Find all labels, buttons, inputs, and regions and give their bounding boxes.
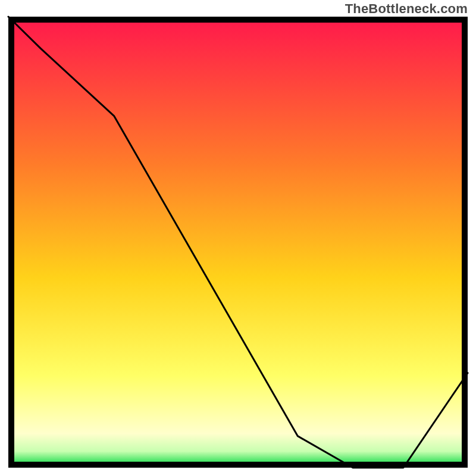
chart-container: TheBottleneck.com: [0, 0, 476, 476]
bottleneck-chart: [0, 0, 476, 476]
plot-background: [11, 20, 465, 465]
watermark-text: TheBottleneck.com: [345, 1, 468, 17]
plot-area: [8, 17, 468, 468]
